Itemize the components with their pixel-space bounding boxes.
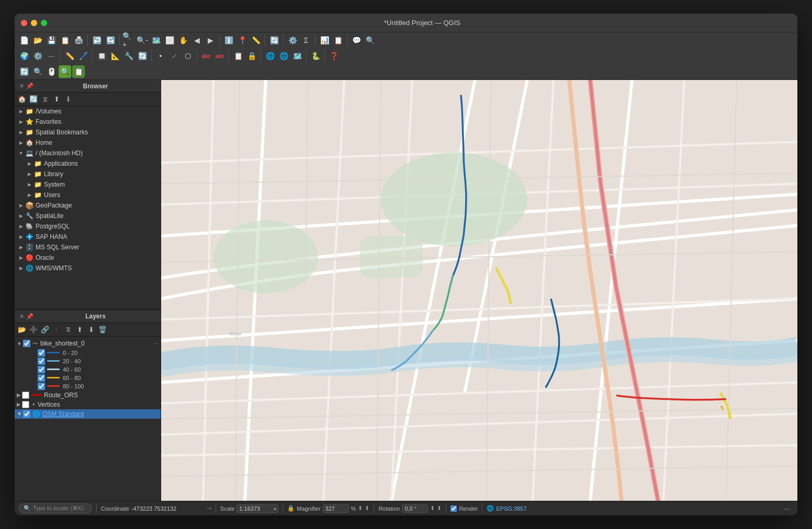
- zoom3-btn[interactable]: 🔍: [31, 65, 44, 78]
- browser-item-system[interactable]: ▶ 📁 System: [15, 179, 161, 190]
- vertices-expand[interactable]: ▶: [17, 401, 21, 407]
- zoom-next-btn[interactable]: ▶: [204, 34, 217, 47]
- rotation-down[interactable]: ⬇: [437, 505, 442, 512]
- pan-btn[interactable]: ✋: [177, 34, 189, 47]
- map-canvas[interactable]: Rhine: [161, 80, 797, 501]
- layer-osm-standard-row[interactable]: ▼ 🌐 OSM Standard: [15, 409, 161, 419]
- python-btn[interactable]: 🐍: [309, 50, 322, 62]
- data-source-btn[interactable]: 📊: [318, 34, 331, 47]
- label2-btn[interactable]: abc: [213, 50, 226, 62]
- locate-btn[interactable]: 🔍: [59, 65, 71, 78]
- layers-filter-btn[interactable]: ⧖: [63, 324, 73, 335]
- browser-item-applications[interactable]: ▶ 📁 Applications: [15, 158, 161, 169]
- zoom-in-btn[interactable]: 🔍+: [122, 34, 135, 47]
- search2-btn[interactable]: 🔍: [364, 34, 376, 47]
- status-options-btn[interactable]: ···: [781, 502, 793, 515]
- browser-refresh-btn[interactable]: 🔄: [28, 94, 39, 105]
- geodata-btn[interactable]: 🗺️: [291, 50, 303, 62]
- browser-item-users[interactable]: ▶ 📁 Users: [15, 190, 161, 200]
- bike-layer-collapse[interactable]: ▼: [17, 341, 22, 347]
- scale-dropdown-wrapper[interactable]: 1:16373 1:1000 1:5000 1:10000 1:25000 1:…: [236, 504, 278, 513]
- browser-item-home[interactable]: ▶ 🏠 Home: [15, 137, 161, 148]
- maximize-button[interactable]: [41, 20, 47, 26]
- bike-layer-checkbox[interactable]: [23, 340, 30, 347]
- browser-item-postgresql[interactable]: ▶ 🐘 PostgreSQL: [15, 221, 161, 232]
- add-line-btn[interactable]: ⟋: [168, 50, 181, 62]
- zoom-full-btn[interactable]: 🗺️: [150, 34, 162, 47]
- close-button[interactable]: [21, 20, 27, 26]
- snap-btn[interactable]: 🔲: [95, 50, 108, 62]
- add-poly-btn[interactable]: ⬡: [182, 50, 194, 62]
- browser-filter-btn[interactable]: ⧖: [40, 94, 50, 105]
- zoom-prev-btn[interactable]: ◀: [190, 34, 203, 47]
- legend-40-60-checkbox[interactable]: [38, 366, 45, 373]
- browser-item-spatialite[interactable]: ▶ 🔧 SpatiaLite: [15, 211, 161, 221]
- layers-panel-pin[interactable]: 📌: [26, 313, 33, 320]
- wfs-btn[interactable]: 🌐: [277, 50, 290, 62]
- route-ors-checkbox[interactable]: [22, 392, 29, 399]
- browser-item-geopackage[interactable]: ▶ 📦 GeoPackage: [15, 200, 161, 211]
- layers-collapse-btn[interactable]: ⬇: [86, 324, 96, 335]
- browser-panel-close[interactable]: ✕: [18, 83, 25, 90]
- identify-btn[interactable]: ℹ️: [222, 34, 235, 47]
- pin-label-btn[interactable]: 🔒: [245, 50, 258, 62]
- bike-layer-options[interactable]: ···: [154, 341, 159, 347]
- browser-item-favorites[interactable]: ▶ ⭐ Favorites: [15, 117, 161, 127]
- layers-remove2-btn[interactable]: 🗑️: [97, 324, 108, 335]
- layer-bike-shortest-row[interactable]: ▼ 〜 bike_shortest_0 ···: [15, 339, 161, 349]
- magnifier-input[interactable]: [323, 504, 349, 513]
- pan2-btn[interactable]: 🔄: [18, 65, 30, 78]
- layers-add-btn[interactable]: ➕: [28, 324, 39, 335]
- rotation-up[interactable]: ⬆: [430, 505, 435, 512]
- browser-info-btn[interactable]: ℹ: [63, 94, 73, 105]
- magnifier-up[interactable]: ⬆: [358, 505, 363, 512]
- layers-panel-close[interactable]: ✕: [18, 313, 25, 320]
- minimize-button[interactable]: [31, 20, 37, 26]
- select2-btn[interactable]: 🖱️: [45, 65, 58, 78]
- browser-item-volumes[interactable]: ▶ 📁 /Volumes: [15, 106, 161, 117]
- redo-btn[interactable]: ↪️: [104, 34, 117, 47]
- browser-item-oracle[interactable]: ▶ 🔴 Oracle: [15, 252, 161, 263]
- osm-checkbox[interactable]: [23, 410, 30, 418]
- route-ors-expand[interactable]: ▶: [17, 392, 21, 398]
- add-point-btn[interactable]: •: [154, 50, 167, 62]
- refresh-btn[interactable]: 🔄: [268, 34, 280, 47]
- chat-btn[interactable]: 💬: [350, 34, 363, 47]
- undo-btn[interactable]: ↩️: [91, 34, 103, 47]
- osm-label[interactable]: OSM Standard: [42, 410, 84, 418]
- settings-btn[interactable]: ⚙️: [286, 34, 299, 47]
- locate-search[interactable]: 🔍 Type to locate (⌘K): [19, 503, 92, 513]
- browser-panel-pin[interactable]: 📌: [26, 83, 33, 90]
- scale-select[interactable]: 1:16373 1:1000 1:5000 1:10000 1:25000 1:…: [236, 504, 278, 513]
- zoom-out-btn[interactable]: 🔍-: [136, 34, 149, 47]
- browser-item-library[interactable]: ▶ 📁 Library: [15, 169, 161, 179]
- legend-60-80-checkbox[interactable]: [38, 374, 45, 382]
- browser-item-macintosh-hd[interactable]: ▼ 💻 / (Macintosh HD): [15, 148, 161, 158]
- browser-item-spatial-bookmarks[interactable]: ▶ 📁 Spatial Bookmarks: [15, 127, 161, 137]
- render-checkbox[interactable]: [450, 505, 457, 512]
- layers-expand-btn[interactable]: ⬆: [74, 324, 85, 335]
- move-label-btn[interactable]: 📋: [232, 50, 244, 62]
- save-project-btn[interactable]: 💾: [45, 34, 58, 47]
- more-btn[interactable]: ···: [45, 50, 58, 62]
- magnifier-down[interactable]: ⬇: [365, 505, 369, 512]
- layer-route-ors-row[interactable]: ▶ Route_ORS: [15, 390, 161, 400]
- adv-edit-btn[interactable]: 🔧: [122, 50, 135, 62]
- legend-80-100-checkbox[interactable]: [38, 383, 45, 390]
- browser-collapse-btn[interactable]: ⬆: [51, 94, 62, 105]
- osm-expand[interactable]: ▼: [17, 411, 22, 417]
- measure-btn[interactable]: 📏: [250, 34, 262, 47]
- vertices-checkbox[interactable]: [22, 401, 29, 408]
- legend-20-40-checkbox[interactable]: [38, 358, 45, 365]
- browser-tree[interactable]: ▶ 📁 /Volumes ▶ ⭐ Favorites ▶ 📁 Spati: [15, 106, 161, 308]
- browser-item-wmswmts[interactable]: ▶ 🌐 WMS/WMTS: [15, 263, 161, 273]
- epsg-item[interactable]: 🌐 EPSG:3857: [487, 505, 526, 512]
- new-project-btn[interactable]: 📄: [18, 34, 30, 47]
- browser-item-mssql[interactable]: ▶ 🗄️ MS SQL Server: [15, 242, 161, 252]
- processing-btn[interactable]: Σ: [300, 34, 312, 47]
- layers-open-btn[interactable]: 📂: [17, 324, 27, 335]
- open2-btn[interactable]: 📋: [72, 65, 85, 78]
- digitize-btn[interactable]: ✏️: [63, 50, 76, 62]
- zoom-selection-btn[interactable]: ⬜: [163, 34, 176, 47]
- select-features-btn[interactable]: 📍: [236, 34, 249, 47]
